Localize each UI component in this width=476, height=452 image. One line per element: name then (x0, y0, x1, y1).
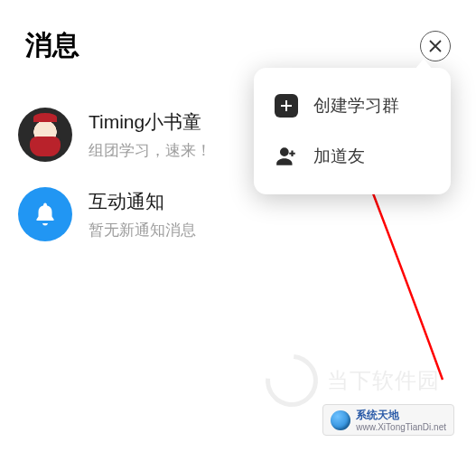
watermark-logo: 当下软件园 (266, 354, 440, 407)
page-title: 消息 (25, 27, 79, 64)
message-texts: 互动通知 暂无新通知消息 (89, 189, 196, 240)
close-icon (429, 40, 442, 52)
message-subtitle: 暂无新通知消息 (89, 220, 196, 240)
action-popover: 创建学习群 加道友 (254, 68, 451, 194)
close-button[interactable] (420, 31, 451, 61)
avatar-timing (18, 108, 72, 162)
plus-square-icon (274, 93, 299, 118)
bell-icon (32, 201, 59, 228)
avatar-bell-icon (18, 187, 72, 241)
message-subtitle: 组团学习，速来！ (89, 140, 211, 161)
popover-label: 创建学习群 (313, 94, 399, 118)
message-title: Timing小书童 (89, 109, 211, 135)
watermark-ring-icon (255, 344, 329, 418)
popover-item-create-group[interactable]: 创建学习群 (254, 80, 451, 131)
person-plus-icon (274, 144, 299, 169)
message-title: 互动通知 (89, 189, 196, 214)
message-texts: Timing小书童 组团学习，速来！ (89, 109, 211, 161)
watermark-brand-text: 当下软件园 (327, 366, 440, 395)
popover-label: 加道友 (313, 145, 365, 168)
watermark-band-cn: 系统天地 (356, 409, 399, 421)
watermark-orb-icon (331, 410, 350, 430)
watermark-band-en: www.XiTongTianDi.net (356, 423, 446, 432)
popover-item-add-friend[interactable]: 加道友 (254, 131, 451, 182)
watermark-band: 系统天地 www.XiTongTianDi.net (322, 404, 454, 436)
